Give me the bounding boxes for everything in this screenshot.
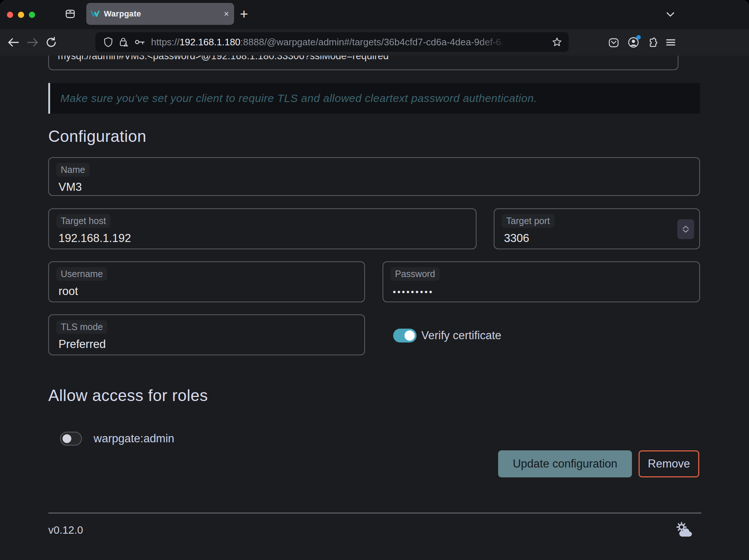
tls-note: Make sure you've set your client to requ… xyxy=(48,83,700,114)
password-masked-value: ••••••••• xyxy=(393,287,434,297)
name-value: VM3 xyxy=(59,181,82,194)
url-text: https://192.168.1.180:8888/@warpgate/adm… xyxy=(151,37,502,48)
reload-button[interactable] xyxy=(45,37,58,48)
tracking-protection-shield-icon[interactable] xyxy=(103,37,113,47)
pocket-icon[interactable] xyxy=(608,37,620,48)
username-field[interactable]: Username root xyxy=(48,261,365,302)
target-host-label: Target host xyxy=(56,214,110,228)
role-warpgate-admin-toggle[interactable] xyxy=(60,432,82,446)
tls-mode-field[interactable]: TLS mode Preferred xyxy=(48,314,365,355)
toggle-knob xyxy=(63,434,71,443)
verify-certificate-label: Verify certificate xyxy=(421,329,501,343)
version-text: v0.12.0 xyxy=(48,524,83,536)
minimize-window-button[interactable] xyxy=(18,12,24,18)
firefox-view-icon[interactable] xyxy=(65,9,75,19)
navigation-toolbar: https://192.168.1.180:8888/@warpgate/adm… xyxy=(0,29,749,56)
tab-title: Warpgate xyxy=(104,9,141,19)
target-port-label: Target port xyxy=(502,214,554,228)
tls-mode-value: Preferred xyxy=(59,338,106,351)
name-label: Name xyxy=(56,163,90,177)
target-host-field[interactable]: Target host 192.168.1.192 xyxy=(48,208,477,249)
tls-note-text: Make sure you've set your client to requ… xyxy=(60,92,537,105)
back-button[interactable] xyxy=(7,37,20,48)
target-port-field[interactable]: Target port 3306 xyxy=(494,208,700,249)
saved-password-key-icon[interactable] xyxy=(134,37,145,47)
url-path: :8888/@warpgate/admin#/targets/36b4cfd7-… xyxy=(240,37,502,48)
url-bar[interactable]: https://192.168.1.180:8888/@warpgate/adm… xyxy=(95,32,569,52)
new-tab-button[interactable]: + xyxy=(240,7,248,21)
footer-divider xyxy=(48,512,701,514)
hamburger-menu-icon[interactable] xyxy=(665,37,677,48)
configuration-heading: Configuration xyxy=(48,127,146,145)
tab-close-icon[interactable]: × xyxy=(224,10,229,18)
target-host-value: 192.168.1.192 xyxy=(59,232,131,245)
url-scheme: https:// xyxy=(151,37,180,48)
zoom-window-button[interactable] xyxy=(29,12,35,18)
role-warpgate-admin-label: warpgate:admin xyxy=(94,432,174,446)
titlebar: Warpgate × + xyxy=(0,0,749,29)
warpgate-target-page: mysql://admin#VM3:<password>@192.168.1.1… xyxy=(0,56,749,560)
update-configuration-button[interactable]: Update configuration xyxy=(498,450,632,477)
target-port-value: 3306 xyxy=(504,232,529,245)
list-tabs-chevron-icon[interactable] xyxy=(665,10,676,19)
browser-window: Warpgate × + xyxy=(0,0,749,560)
password-label: Password xyxy=(391,267,440,281)
password-field[interactable]: Password ••••••••• xyxy=(383,261,700,302)
connection-string-value: mysql://admin#VM3:<password>@192.168.1.1… xyxy=(58,56,389,62)
warpgate-favicon xyxy=(91,11,99,17)
connection-lock-warning-icon[interactable] xyxy=(119,37,128,47)
roles-heading: Allow access for roles xyxy=(48,386,208,405)
tls-mode-label: TLS mode xyxy=(56,320,107,334)
verify-certificate-toggle[interactable] xyxy=(393,329,417,343)
port-number-stepper[interactable] xyxy=(677,219,694,239)
remove-button[interactable]: Remove xyxy=(639,450,699,477)
forward-button[interactable] xyxy=(26,37,39,48)
bookmark-star-icon[interactable] xyxy=(552,37,562,47)
extensions-icon[interactable] xyxy=(647,37,658,48)
url-host: 192.168.1.180 xyxy=(180,37,240,48)
window-controls xyxy=(7,12,35,18)
tab-warpgate[interactable]: Warpgate × xyxy=(86,3,234,25)
name-field[interactable]: Name VM3 xyxy=(48,157,700,196)
toggle-knob xyxy=(404,330,415,341)
connection-string-input[interactable]: mysql://admin#VM3:<password>@192.168.1.1… xyxy=(48,56,678,70)
theme-cloud-sun-icon[interactable] xyxy=(674,521,693,540)
username-label: Username xyxy=(56,267,107,281)
account-notification-dot xyxy=(636,35,641,39)
username-value: root xyxy=(59,285,78,298)
close-window-button[interactable] xyxy=(7,12,13,18)
account-icon[interactable] xyxy=(628,37,639,48)
